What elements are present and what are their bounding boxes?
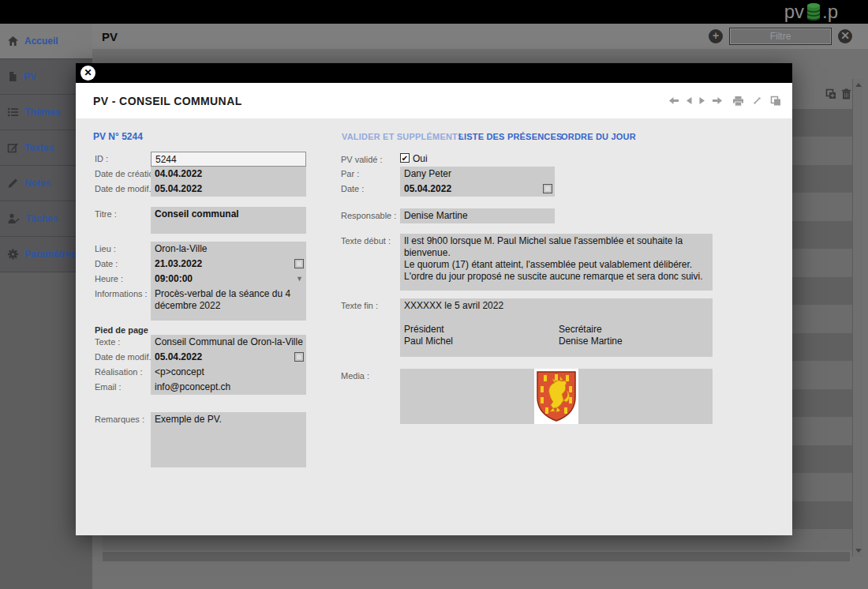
sidebar-item-accueil[interactable]: Accueil (0, 24, 92, 59)
heure-field[interactable]: 09:00:00 ▼ (151, 272, 306, 287)
remarques-label: Remarques : (95, 415, 144, 424)
gear-icon (7, 249, 19, 260)
valide-date-field[interactable]: 05.04.2022 (400, 182, 555, 197)
par-field: Dany Peter (400, 167, 555, 182)
horizontal-scrollbar[interactable] (103, 552, 850, 561)
modal-body: PV N° 5244 VALIDER ET SUPPLÉMENTS LISTE … (76, 118, 792, 535)
date-field[interactable]: 21.03.2022 (151, 257, 306, 272)
document-icon (7, 71, 18, 82)
scroll-up-arrow-icon[interactable] (855, 83, 862, 87)
id-label: ID : (95, 154, 108, 163)
previous-record-icon[interactable] (685, 96, 693, 106)
pied-texte-field[interactable]: Conseil Communal de Oron-la-Ville (151, 335, 306, 350)
lieu-field[interactable]: Oron-la-Ville (151, 242, 306, 257)
pied-date-modif-label: Date de modif. : (95, 352, 156, 362)
next-record-icon[interactable] (698, 96, 706, 106)
texte-debut-field[interactable]: Il est 9h00 lorsque M. Paul Michel salue… (400, 234, 713, 291)
secretaire-name: Denise Martine (559, 336, 623, 347)
logo-text-prefix: pv (784, 2, 804, 22)
pied-texte-label: Texte : (95, 337, 120, 347)
list-icon (7, 107, 19, 118)
email-label: Email : (95, 382, 122, 392)
texte-fin-field[interactable]: XXXXXX le 5 avril 2022 Président Paul Mi… (400, 298, 713, 357)
president-title: Président (404, 324, 559, 336)
add-record-button[interactable]: + (709, 29, 723, 43)
modal-header: PV - CONSEIL COMMUNAL (76, 83, 792, 118)
filter-input[interactable] (729, 28, 832, 45)
close-icon[interactable]: ✕ (80, 66, 95, 81)
sidebar-item-label: Accueil (24, 36, 58, 47)
heure-label: Heure : (95, 274, 123, 283)
pied-de-page-section-label: Pied de page (95, 325, 148, 335)
date-label: Date : (95, 259, 118, 268)
sidebar-item-label: Tâches (25, 213, 58, 224)
application-window: pv .p Accueil PV Thèmes Textes (0, 0, 868, 589)
print-icon[interactable] (732, 96, 744, 107)
page-header: PV + ✕ (92, 24, 868, 49)
valide-date-label: Date : (341, 184, 364, 193)
informations-label: Informations : (95, 289, 148, 298)
media-label: Media : (341, 371, 369, 381)
pv-valide-label: PV validé : (341, 155, 383, 164)
modal-title: PV - CONSEIL COMMUNAL (93, 95, 242, 107)
secretaire-title: Secrétaire (559, 324, 623, 336)
clear-filter-button[interactable]: ✕ (838, 29, 852, 43)
titre-field[interactable]: Conseil communal (151, 207, 306, 234)
expand-icon[interactable] (752, 96, 762, 106)
responsable-field[interactable]: Denise Martine (400, 208, 555, 223)
date-modif-label: Date de modif. : (95, 184, 156, 193)
pv-valide-value: Oui (413, 153, 428, 164)
chevron-down-icon[interactable]: ▼ (296, 273, 303, 285)
last-record-arrow-icon[interactable] (712, 96, 723, 106)
pencil-icon (7, 178, 19, 189)
app-logo: pv .p (784, 2, 838, 22)
compose-icon (7, 142, 19, 153)
tab-ordre-du-jour[interactable]: ORDRE DU JOUR (561, 132, 636, 141)
copy-record-icon[interactable] (770, 96, 781, 106)
remarques-field[interactable]: Exemple de PV. (151, 412, 306, 467)
sidebar-item-label: Paramètres (24, 249, 76, 260)
tab-liste-des-presences[interactable]: LISTE DES PRÉSENCES (458, 132, 563, 141)
first-record-arrow-icon[interactable] (668, 96, 679, 106)
sidebar-item-label: Textes (24, 142, 54, 153)
sidebar-item-label: Thèmes (24, 107, 60, 118)
calendar-icon[interactable] (543, 184, 552, 193)
logo-text-suffix: .p (822, 2, 838, 22)
person-task-icon (7, 213, 20, 224)
coat-of-arms-image (534, 369, 578, 424)
modal-toolbar (668, 96, 781, 107)
texte-fin-label: Texte fin : (341, 301, 378, 310)
president-name: Paul Michel (404, 336, 559, 347)
id-field[interactable]: 5244 (151, 152, 306, 167)
pv-valide-checkbox[interactable]: ✔ (400, 153, 410, 163)
record-number-link[interactable]: PV N° 5244 (93, 131, 143, 142)
texte-debut-label: Texte début : (341, 236, 391, 246)
scroll-down-arrow-icon[interactable] (855, 549, 862, 553)
home-icon (7, 36, 19, 47)
top-bar: pv .p (0, 0, 868, 24)
sidebar-item-label: PV (24, 71, 36, 82)
trash-icon[interactable] (841, 88, 851, 99)
date-creation-field: 04.04.2022 (151, 167, 306, 182)
calendar-icon[interactable] (294, 259, 304, 268)
informations-field[interactable]: Procès-verbal de la séance du 4 décembre… (151, 287, 306, 321)
modal-title-bar: ✕ (76, 63, 792, 83)
sidebar-item-label: Notes (24, 178, 51, 189)
lieu-label: Lieu : (95, 244, 116, 253)
pv-detail-modal: ✕ PV - CONSEIL COMMUNAL PV N° 5244 VALID… (76, 63, 792, 535)
page-title: PV (102, 30, 118, 43)
responsable-label: Responsable : (341, 211, 396, 220)
realisation-label: Réalisation : (95, 367, 143, 377)
par-label: Par : (341, 169, 359, 178)
database-icon (806, 2, 821, 21)
calendar-icon[interactable] (294, 352, 304, 362)
email-field[interactable]: info@pconcept.ch (151, 380, 306, 395)
pied-date-modif-field[interactable]: 05.04.2022 (151, 350, 306, 365)
date-modif-field: 05.04.2022 (151, 182, 306, 197)
tab-valider-et-supplements[interactable]: VALIDER ET SUPPLÉMENTS (342, 132, 464, 141)
vertical-scrollbar[interactable] (852, 79, 863, 557)
titre-label: Titre : (95, 209, 117, 219)
duplicate-icon[interactable] (825, 88, 836, 99)
media-field[interactable] (400, 369, 713, 424)
realisation-field[interactable]: <p>concept (151, 365, 306, 380)
